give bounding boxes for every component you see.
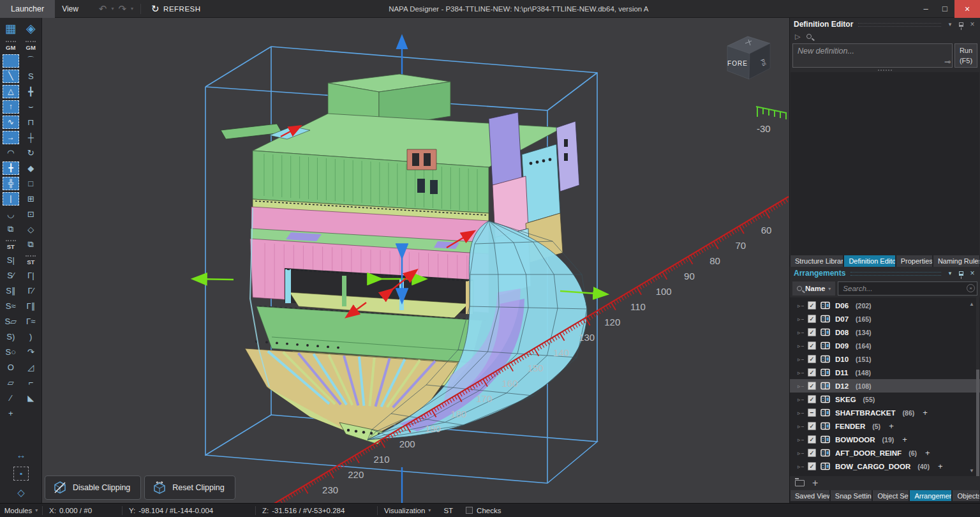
tree-item-shaftbracket[interactable]: ▹ − SHAFTBRACKET (86) + bbox=[790, 406, 980, 419]
stiffener-arc-icon[interactable]: S) bbox=[3, 330, 19, 343]
curve-fillet-icon[interactable]: ⌣ bbox=[22, 100, 39, 114]
expander-icon[interactable]: ▹ bbox=[798, 343, 806, 349]
close-panel-icon[interactable]: × bbox=[969, 20, 976, 29]
modules-button[interactable]: Modules ▾ bbox=[0, 504, 42, 517]
panel-menu-caret-icon[interactable]: ▾ bbox=[946, 21, 954, 27]
point-diamond-icon[interactable]: ◆ bbox=[22, 161, 39, 175]
pin-icon[interactable] bbox=[959, 22, 963, 27]
redo-icon[interactable]: ↷ bbox=[115, 3, 129, 15]
tab-naming-rules[interactable]: Naming Rules bbox=[933, 255, 979, 267]
scrollbar-thumb[interactable] bbox=[976, 370, 979, 476]
tab-saved-views[interactable]: Saved Views bbox=[791, 490, 829, 501]
reset-clipping-button[interactable]: Reset Clipping bbox=[144, 476, 235, 500]
frame-straight-icon[interactable]: Γ| bbox=[22, 269, 39, 282]
frame-parallel-icon[interactable]: Γ∥ bbox=[22, 299, 39, 313]
ship-model[interactable] bbox=[221, 74, 587, 444]
tree-scrollbar[interactable] bbox=[976, 297, 979, 476]
pin-icon[interactable] bbox=[959, 271, 963, 276]
select-polygon-icon[interactable]: △ bbox=[3, 85, 19, 98]
pin-input-icon[interactable]: ⊸ bbox=[944, 57, 951, 66]
frame-slant-icon[interactable]: Γ∕ bbox=[22, 284, 39, 297]
checks-checkbox[interactable] bbox=[466, 507, 473, 514]
folder-icon[interactable] bbox=[795, 480, 805, 486]
definition-editor-header[interactable]: Definition Editor ▾ × bbox=[790, 18, 980, 31]
st-mode-button[interactable]: ST bbox=[437, 504, 459, 517]
straighten-icon[interactable]: | bbox=[3, 192, 19, 206]
visibility-checkbox[interactable]: ✓ bbox=[808, 422, 816, 430]
tree-item-d08[interactable]: ▹ ✓ D08 (134) bbox=[790, 326, 980, 339]
swirl-curve-icon[interactable]: ↷ bbox=[22, 345, 39, 359]
tab-properties[interactable]: Properties bbox=[896, 255, 932, 267]
move-right-icon[interactable]: → bbox=[3, 131, 19, 144]
tree-item-d07[interactable]: ▹ ✓ D07 (165) bbox=[790, 312, 980, 326]
grid-iso-icon[interactable]: ◈ bbox=[22, 20, 40, 36]
expander-icon[interactable]: ▹ bbox=[798, 396, 806, 403]
align-cross-icon[interactable]: ╋ bbox=[3, 161, 19, 175]
visibility-checkbox[interactable]: − bbox=[808, 408, 816, 417]
reference-cross-icon[interactable]: + bbox=[3, 407, 19, 420]
tree-item-d09[interactable]: ▹ ✓ D09 (164) bbox=[790, 339, 980, 352]
tree-item-aft_door_reinf[interactable]: ▹ ✓ AFT_DOOR_REINF (6) + bbox=[790, 446, 980, 460]
run-button[interactable]: Run (F5) bbox=[954, 43, 977, 68]
close-panel-icon[interactable]: × bbox=[969, 269, 976, 278]
visibility-checkbox[interactable]: ✓ bbox=[808, 435, 816, 444]
clip-region-icon[interactable]: ▪ bbox=[13, 467, 29, 481]
visibility-checkbox[interactable]: ✓ bbox=[808, 382, 816, 390]
expander-icon[interactable]: ▹ bbox=[798, 437, 806, 443]
grid-box-icon[interactable]: ⊞ bbox=[22, 192, 39, 206]
stiffener-slant-icon[interactable]: S∕ bbox=[3, 269, 19, 282]
add-arrangement-icon[interactable]: + bbox=[812, 478, 818, 488]
visibility-checkbox[interactable]: ✓ bbox=[808, 449, 816, 457]
undo-caret-icon[interactable]: ▾ bbox=[109, 6, 115, 11]
visibility-checkbox[interactable]: ✓ bbox=[808, 328, 816, 336]
add-icon[interactable]: + bbox=[902, 435, 907, 444]
viewport-3d[interactable]: 6070809010011012013014015016017018019020… bbox=[42, 18, 789, 503]
tab-objects[interactable]: Objects bbox=[953, 490, 979, 501]
expander-icon[interactable]: ▹ bbox=[798, 410, 806, 416]
filter-field-button[interactable]: Name ▾ bbox=[792, 281, 835, 296]
tree-item-d11[interactable]: ▹ ✓ D11 (148) bbox=[790, 366, 980, 379]
scroll-down-icon[interactable]: ▼ bbox=[969, 468, 974, 474]
move-free-icon[interactable]: ╬ bbox=[3, 177, 19, 190]
search-input[interactable] bbox=[838, 281, 977, 296]
tab-object-sets[interactable]: Object Sets bbox=[873, 490, 909, 501]
wire-cube-icon[interactable]: ◇ bbox=[22, 223, 39, 236]
add-icon[interactable]: + bbox=[889, 421, 894, 431]
definition-input[interactable] bbox=[792, 43, 953, 68]
hole-ellipse-icon[interactable]: O bbox=[3, 361, 19, 374]
close-button[interactable]: × bbox=[954, 0, 980, 18]
visibility-checkbox[interactable]: ✓ bbox=[808, 462, 816, 470]
minimize-button[interactable]: – bbox=[916, 0, 935, 18]
curve-spline-icon[interactable]: S bbox=[22, 70, 39, 83]
expander-icon[interactable]: ▹ bbox=[798, 356, 806, 363]
stiffener-plate-icon[interactable]: S▱ bbox=[3, 315, 19, 328]
tree-item-skeg[interactable]: ▹ ✓ SKEG (55) bbox=[790, 393, 980, 406]
redo-caret-icon[interactable]: ▾ bbox=[129, 6, 135, 11]
clear-search-icon[interactable]: × bbox=[967, 284, 975, 292]
visualization-button[interactable]: Visualization ▾ bbox=[378, 504, 437, 517]
visibility-checkbox[interactable]: ✓ bbox=[808, 368, 816, 377]
tree-item-bow_cargo_door[interactable]: ▹ ✓ BOW_CARGO_DOOR (40) + bbox=[790, 460, 980, 473]
disable-clipping-button[interactable]: Disable Clipping bbox=[45, 476, 141, 500]
menu-view[interactable]: View bbox=[55, 0, 96, 18]
stiffener-curve-icon[interactable]: S≈ bbox=[3, 299, 19, 313]
search-icon[interactable] bbox=[806, 34, 812, 39]
expander-icon[interactable]: ▹ bbox=[798, 463, 806, 470]
expander-icon[interactable]: ▹ bbox=[798, 329, 806, 336]
resize-handle[interactable] bbox=[790, 68, 980, 72]
curved-plate-icon[interactable]: ◡ bbox=[3, 207, 19, 221]
select-region-icon[interactable] bbox=[3, 54, 19, 68]
view-cube[interactable]: FORE PS bbox=[727, 36, 770, 79]
expander-icon[interactable]: ▹ bbox=[798, 383, 806, 389]
box-center-icon[interactable]: ⊡ bbox=[22, 207, 39, 221]
copy-object-icon[interactable]: ⧉ bbox=[22, 238, 39, 251]
panel-menu-caret-icon[interactable]: ▾ bbox=[946, 270, 954, 276]
expander-icon[interactable]: ▹ bbox=[798, 450, 806, 456]
tree-item-bowdoor[interactable]: ▹ ✓ BOWDOOR (19) + bbox=[790, 433, 980, 446]
stiffener-parallel-icon[interactable]: S∥ bbox=[3, 284, 19, 297]
triangle-ruled-icon[interactable]: ◿ bbox=[22, 361, 39, 374]
duplicate-plate-icon[interactable]: ⧉ bbox=[3, 223, 19, 236]
rotate-icon[interactable]: ↻ bbox=[22, 146, 39, 160]
visibility-checkbox[interactable]: ✓ bbox=[808, 355, 816, 363]
visibility-checkbox[interactable]: ✓ bbox=[808, 395, 816, 403]
